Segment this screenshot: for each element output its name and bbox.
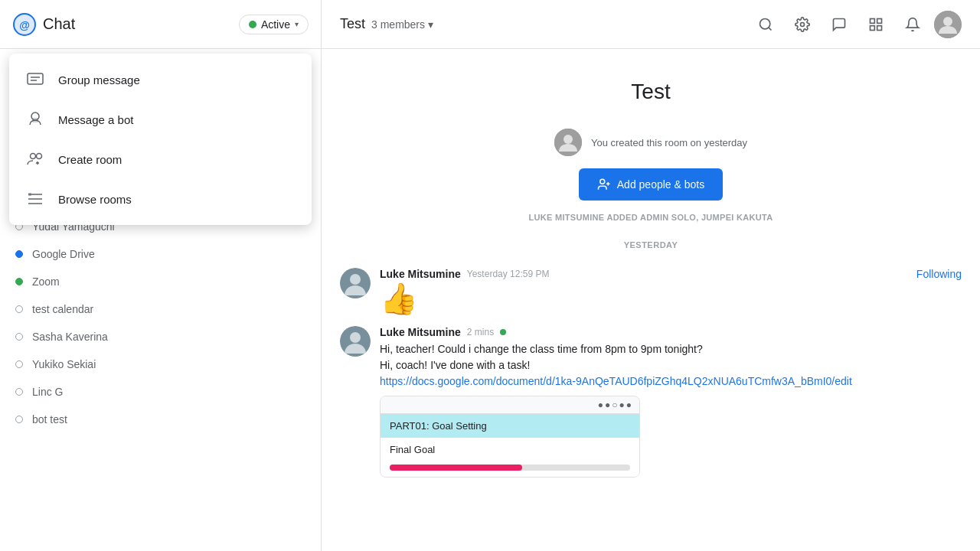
status-dot [15,333,23,341]
attachment-title-row: PART01: Goal Setting [381,414,639,438]
create-room-icon [24,148,46,170]
browse-rooms-label: Browse rooms [58,193,132,206]
list-item[interactable]: bot test [0,406,321,433]
attachment-preview: ●●○●● PART01: Goal Setting Final Goal [380,396,640,478]
message-content: Hi, teacher! Could i change the class ti… [380,341,962,390]
active-label: Active [261,18,290,31]
list-item-label: Zoom [32,276,60,288]
list-item[interactable]: Linc G [0,378,321,406]
svg-rect-19 [871,25,875,30]
message-header: Luke Mitsumine Yesterday 12:59 PM Follow… [380,268,962,280]
members-count: 3 members [371,18,425,31]
room-created-message: You created this room on yesterday [340,129,962,156]
svg-point-24 [564,135,573,144]
list-item[interactable]: Zoom [0,268,321,295]
message-time: 2 mins [467,327,494,337]
list-item-label: Linc G [32,386,63,398]
message-content: 👍 [380,283,962,314]
online-indicator [500,329,506,335]
svg-line-15 [769,27,772,30]
list-item-label: bot test [32,413,67,425]
progress-bar-bg [390,465,630,471]
message-emoji: 👍 [380,282,418,315]
room-title: Test [340,16,365,32]
room-name-heading: Test [340,67,962,116]
system-avatar [554,129,582,156]
message-sender: Luke Mitsumine [380,326,461,338]
active-dot [249,21,256,28]
list-item[interactable]: Sasha Kaverina [0,323,321,350]
dropdown-menu: Group message Message a bot [9,54,312,225]
list-item-label: Google Drive [32,248,95,260]
progress-bar-fill [390,465,522,471]
svg-point-8 [31,154,36,159]
main-panel: Test 3 members ▾ [322,0,980,551]
main-header: Test 3 members ▾ [322,0,980,49]
svg-point-16 [801,22,805,26]
progress-bar-container [381,461,639,477]
active-status-badge[interactable]: Active ▾ [239,15,309,34]
settings-button[interactable] [787,9,818,40]
add-people-label: Add people & bots [617,178,704,191]
chat-area: Test You created this room on yesterday [322,49,980,551]
dropdown-group-message[interactable]: Group message [9,60,312,99]
user-avatar[interactable] [934,11,962,38]
svg-point-22 [943,17,952,26]
browse-rooms-icon [24,188,46,210]
svg-rect-20 [877,25,882,30]
app-title: Chat [43,15,75,33]
bot-icon [24,109,46,130]
svg-point-14 [760,18,770,28]
following-button[interactable]: Following [916,268,962,280]
grid-button[interactable] [861,9,891,40]
chevron-down-icon: ▾ [295,20,299,28]
members-chevron-icon: ▾ [428,18,433,31]
add-people-button[interactable]: Add people & bots [579,168,723,201]
dropdown-message-bot[interactable]: Message a bot [9,99,312,139]
svg-text:@: @ [19,18,30,31]
list-item-label: Sasha Kaverina [32,331,108,343]
sidebar: @ Chat Active ▾ [0,0,322,551]
message-row: Luke Mitsumine 2 mins Hi, teacher! Could… [340,326,962,478]
attachment-subtitle: Final Goal [381,438,639,461]
sender-avatar [340,268,371,298]
svg-rect-17 [871,18,875,23]
status-dot [15,360,23,368]
list-item[interactable]: Google Drive [0,240,321,268]
date-divider: YESTERDAY [340,240,962,249]
logo-area: @ Chat [12,12,239,37]
message-line1: Hi, teacher! Could i change the class ti… [380,341,962,357]
list-item[interactable]: test calendar [0,295,321,323]
search-button[interactable] [750,9,781,40]
status-dot [15,388,23,396]
attachment-header: ●●○●● [381,396,639,414]
message-header: Luke Mitsumine 2 mins [380,326,962,338]
message-link[interactable]: https://docs.google.com/document/d/1ka-9… [380,375,852,387]
create-room-label: Create room [58,153,122,166]
notifications-button[interactable] [897,9,928,40]
list-item[interactable]: Yukiko Sekiai [0,350,321,378]
svg-point-29 [350,274,361,285]
svg-rect-7 [32,118,38,122]
attachment-sub-label: Final Goal [390,444,435,455]
message-row: Luke Mitsumine Yesterday 12:59 PM Follow… [340,268,962,314]
sidebar-header: @ Chat Active ▾ [0,0,321,49]
dropdown-create-room[interactable]: Create room [9,139,312,179]
attachment-menu-dots: ●●○●● [598,399,633,410]
svg-point-31 [350,332,361,343]
group-message-label: Group message [58,73,140,86]
dropdown-browse-rooms[interactable]: Browse rooms [9,179,312,219]
svg-rect-3 [28,73,43,84]
message-body: Luke Mitsumine 2 mins Hi, teacher! Could… [380,326,962,478]
svg-point-25 [600,179,605,184]
status-dot [15,305,23,313]
status-dot [15,250,23,258]
sender-avatar [340,326,371,357]
list-item-label: test calendar [32,303,93,315]
svg-rect-13 [28,193,31,196]
group-message-icon [24,69,46,90]
status-dot [15,278,23,285]
chat-icon-button[interactable] [824,9,854,40]
members-info[interactable]: 3 members ▾ [371,18,433,31]
svg-point-9 [37,154,42,159]
